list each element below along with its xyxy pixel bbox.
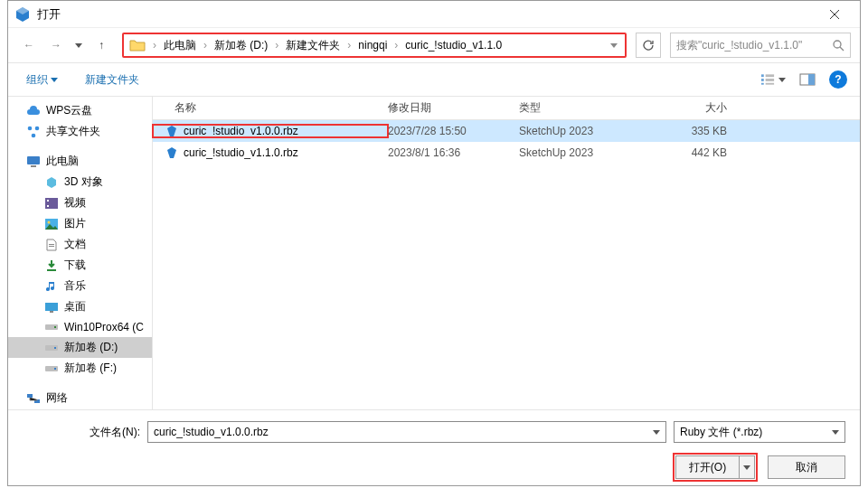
sidebar-item-drive-d[interactable]: 新加卷 (D:) [8,337,152,358]
chevron-down-icon [653,430,660,435]
crumb-folder3[interactable]: curic_!studio_v1.1.0 [400,34,507,56]
share-icon [26,125,41,139]
crumb-thispc[interactable]: 此电脑 [158,34,202,56]
svg-rect-9 [808,74,815,85]
svg-rect-17 [47,205,49,207]
back-icon: ← [24,39,34,52]
close-icon [829,9,840,20]
breadcrumb: 此电脑› 新加卷 (D:)› 新建文件夹› ningqi› curic_!stu… [158,34,507,56]
svg-rect-23 [45,303,58,311]
file-type: SketchUp 2023 [519,146,646,159]
cancel-button[interactable]: 取消 [768,455,845,479]
chevron-right-icon: › [392,39,400,52]
file-type: SketchUp 2023 [519,125,646,137]
search-input[interactable]: 搜索"curic_!studio_v1.1.0" [670,33,851,58]
col-name[interactable]: 名称 [153,100,388,116]
new-folder-button[interactable]: 新建文件夹 [80,69,145,91]
file-pane: 名称 修改日期 类型 大小 curic_!studio_v1.0.0.rbz 2… [153,97,860,409]
svg-rect-2 [761,74,764,77]
drive-icon [44,320,59,334]
refresh-button[interactable] [636,33,661,58]
refresh-icon [642,39,655,52]
up-button[interactable]: ↑ [90,33,113,57]
address-bar[interactable]: › 此电脑› 新加卷 (D:)› 新建文件夹› ningqi› curic_!s… [122,33,627,58]
svg-point-19 [48,221,51,223]
sidebar-item-network[interactable]: 网络 [8,388,152,408]
chevron-down-icon [75,43,82,48]
svg-rect-6 [766,79,774,81]
back-button[interactable]: ← [17,33,41,57]
filename-input[interactable]: curic_!studio_v1.0.0.rbz [147,421,666,443]
sidebar-item-downloads[interactable]: 下载 [8,255,152,276]
col-date[interactable]: 修改日期 [388,100,519,116]
chevron-down-icon [832,430,839,435]
sidebar-item-videos[interactable]: 视频 [8,192,152,213]
music-icon [44,279,59,294]
file-name: curic_!studio_v1.0.0.rbz [184,125,298,137]
sidebar-item-thispc[interactable]: 此电脑 [8,151,152,172]
document-icon [44,238,59,252]
sidebar-item-desktop[interactable]: 桌面 [8,296,152,317]
sidebar-item-drive-f[interactable]: 新加卷 (F:) [8,358,152,379]
file-date: 2023/8/1 16:36 [388,146,519,159]
toolbar: 组织 新建文件夹 ? [8,62,860,97]
sidebar-item-documents[interactable]: 文档 [8,234,152,255]
chevron-right-icon: › [273,39,280,52]
dialog-title: 打开 [37,6,816,23]
svg-line-1 [840,47,844,51]
svg-rect-7 [766,83,774,85]
svg-rect-26 [54,326,56,328]
ruby-file-icon [165,125,178,137]
file-size: 442 KB [646,146,745,159]
open-dropdown[interactable] [739,455,755,479]
col-type[interactable]: 类型 [519,100,646,116]
column-headers: 名称 修改日期 类型 大小 [153,97,860,120]
body: WPS云盘 共享文件夹 此电脑 3D 对象 视频 图片 文档 下载 音乐 桌面 … [8,97,860,409]
close-button[interactable] [816,2,853,27]
sidebar-item-pictures[interactable]: 图片 [8,213,152,234]
video-icon [44,196,59,211]
svg-rect-30 [54,368,56,370]
svg-rect-15 [45,198,58,209]
chevron-down-icon [743,465,750,470]
crumb-drive[interactable]: 新加卷 (D:) [209,34,273,56]
app-icon [15,7,30,22]
pc-icon [26,155,41,169]
cube-icon [44,175,59,190]
search-placeholder: 搜索"curic_!studio_v1.1.0" [676,38,832,53]
col-size[interactable]: 大小 [646,100,745,116]
svg-point-10 [28,126,33,130]
ruby-file-icon [165,146,178,159]
organize-menu[interactable]: 组织 [21,69,63,91]
help-button[interactable]: ? [829,70,847,89]
file-size: 335 KB [646,125,745,137]
desktop-icon [44,300,59,314]
open-button[interactable]: 打开(O) [675,455,739,479]
crumb-folder1[interactable]: 新建文件夹 [280,34,345,56]
forward-button[interactable]: → [44,33,68,57]
sidebar-item-drive-c[interactable]: Win10Prox64 (C [8,317,152,337]
svg-rect-31 [27,394,33,398]
sidebar-item-3d[interactable]: 3D 对象 [8,172,152,192]
up-icon: ↑ [99,39,104,52]
sidebar-item-shared[interactable]: 共享文件夹 [8,121,152,142]
footer: 文件名(N): curic_!studio_v1.0.0.rbz Ruby 文件… [8,409,860,488]
svg-point-11 [35,126,40,130]
svg-rect-13 [27,156,40,164]
titlebar: 打开 [8,1,860,28]
preview-pane-button[interactable] [795,70,820,89]
sidebar-item-wps[interactable]: WPS云盘 [8,100,152,121]
sidebar-item-music[interactable]: 音乐 [8,276,152,296]
file-name: curic_!studio_v1.1.0.rbz [184,146,298,159]
filetype-select[interactable]: Ruby 文件 (*.rbz) [674,421,845,443]
file-row[interactable]: curic_!studio_v1.1.0.rbz 2023/8/1 16:36 … [153,142,860,164]
chevron-down-icon [778,78,786,82]
svg-rect-21 [49,246,54,247]
crumb-folder2[interactable]: ningqi [353,34,392,56]
address-dropdown[interactable] [603,43,625,48]
open-button-group: 打开(O) [675,455,755,479]
file-row[interactable]: curic_!studio_v1.0.0.rbz 2023/7/28 15:50… [153,120,860,142]
nav-bar: ← → ↑ › 此电脑› 新加卷 (D:)› 新建文件夹› ningqi› cu… [8,28,860,62]
view-details-button[interactable] [760,70,786,89]
history-dropdown[interactable] [71,33,86,57]
